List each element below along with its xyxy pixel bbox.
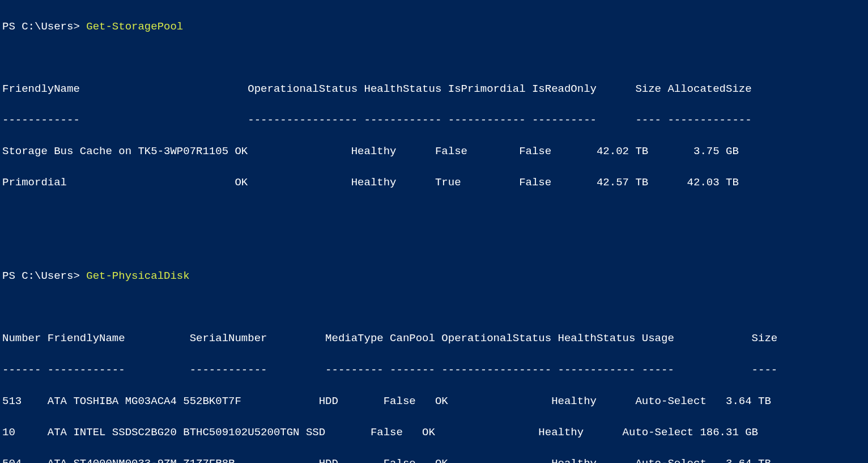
- powershell-terminal[interactable]: PS C:\Users> Get-StoragePool FriendlyNam…: [0, 0, 868, 463]
- disk-row: 504 ATA ST4000NM0033-9ZM Z1Z7FR8R HDD Fa…: [2, 456, 866, 463]
- pool-row: Storage Bus Cache on TK5-3WP07R1105 OK H…: [2, 144, 866, 160]
- blank-line: [2, 237, 866, 253]
- disk-divider: ------ ------------ ------------ -------…: [2, 363, 866, 379]
- blank-line: [2, 206, 866, 222]
- command-text: Get-PhysicalDisk: [86, 270, 189, 282]
- disk-header: Number FriendlyName SerialNumber MediaTy…: [2, 331, 866, 347]
- disk-row: 10 ATA INTEL SSDSC2BG20 BTHC509102U5200T…: [2, 425, 866, 441]
- blank-line: [2, 300, 866, 316]
- prompt-line-1: PS C:\Users> Get-StoragePool: [2, 19, 866, 35]
- command-text: Get-StoragePool: [86, 20, 183, 33]
- blank-line: [2, 50, 866, 66]
- pool-header: FriendlyName OperationalStatus HealthSta…: [2, 82, 866, 97]
- pool-divider: ------------ ----------------- ---------…: [2, 113, 866, 129]
- pool-row: Primordial OK Healthy True False 42.57 T…: [2, 175, 866, 191]
- disk-row: 513 ATA TOSHIBA MG03ACA4 552BK0T7F HDD F…: [2, 394, 866, 410]
- prompt-prefix: PS C:\Users>: [2, 20, 86, 33]
- prompt-line-2: PS C:\Users> Get-PhysicalDisk: [2, 269, 866, 284]
- prompt-prefix: PS C:\Users>: [2, 270, 86, 282]
